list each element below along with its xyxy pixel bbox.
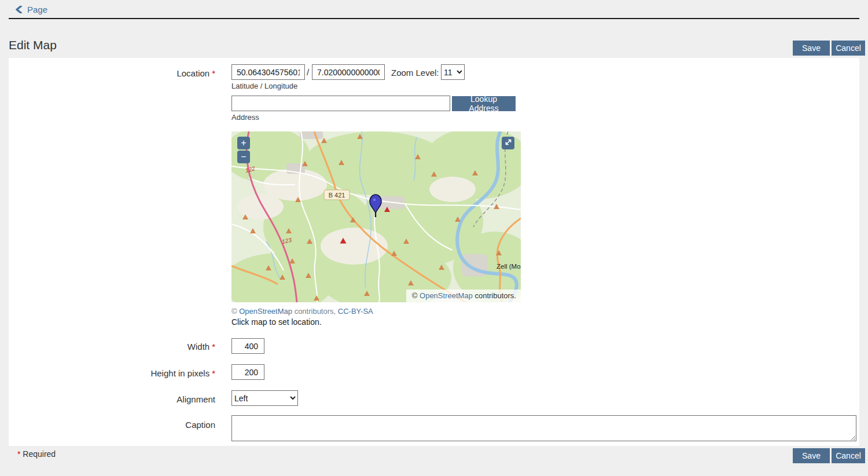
- map-zoom-in-button[interactable]: +: [237, 137, 250, 149]
- caption-textarea[interactable]: [231, 415, 856, 441]
- zoom-level-label: Zoom Level:: [391, 68, 439, 78]
- map-expand-button[interactable]: [502, 137, 514, 149]
- width-required-mark: *: [212, 342, 215, 351]
- alignment-label: Alignment: [9, 394, 215, 404]
- longitude-input[interactable]: [312, 64, 385, 80]
- openstreetmap-link-overlay[interactable]: OpenStreetMap: [420, 291, 473, 300]
- width-input[interactable]: [231, 338, 264, 354]
- height-required-mark: *: [212, 368, 215, 378]
- required-asterisk: *: [17, 449, 20, 459]
- caption-label: Caption: [9, 420, 215, 430]
- lat-lng-separator: /: [307, 67, 309, 77]
- map-attribution-below: © OpenStreetMap contributors, CC-BY-SA: [231, 307, 373, 316]
- map-tiles: 122 123 B 421 Zell (Mos: [231, 131, 521, 302]
- map-preview[interactable]: 122 123 B 421 Zell (Mos + − ©: [231, 131, 521, 302]
- click-map-hint: Click map to set location.: [231, 317, 322, 327]
- road-ref-label: B 421: [329, 192, 345, 199]
- page-title: Edit Map: [9, 38, 57, 52]
- header-divider: [9, 18, 859, 19]
- cancel-button-top[interactable]: Cancel: [832, 41, 865, 56]
- save-button-bottom[interactable]: Save: [793, 448, 830, 463]
- edit-map-screen: Page Edit Map Save Cancel Location* / Zo…: [0, 0, 868, 476]
- address-hint: Address: [231, 113, 259, 122]
- location-label: Location*: [9, 68, 215, 78]
- address-input[interactable]: [231, 96, 450, 111]
- cancel-button-bottom[interactable]: Cancel: [832, 448, 865, 463]
- location-required-mark: *: [212, 68, 215, 78]
- height-label: Height in pixels*: [9, 368, 215, 378]
- back-label: Page: [27, 5, 47, 14]
- height-input[interactable]: [231, 364, 264, 380]
- width-label: Width*: [9, 342, 215, 351]
- alignment-select[interactable]: Left: [231, 390, 298, 406]
- road-ref-shield: B 421: [324, 190, 350, 200]
- back-chevron-icon: [16, 6, 22, 13]
- save-button-top[interactable]: Save: [793, 41, 830, 56]
- cc-by-sa-link[interactable]: CC-BY-SA: [338, 307, 373, 316]
- latitude-input[interactable]: [231, 64, 305, 80]
- map-attribution-overlay: © OpenStreetMap contributors.: [406, 290, 521, 302]
- expand-icon: [505, 137, 512, 149]
- openstreetmap-link-below[interactable]: OpenStreetMap: [239, 307, 292, 316]
- lat-lng-hint: Latitude / Longitude: [231, 82, 297, 90]
- back-to-page-link[interactable]: Page: [16, 5, 47, 14]
- required-note: * Required: [17, 449, 56, 459]
- lookup-address-button[interactable]: Lookup Address: [452, 96, 516, 111]
- zoom-level-select[interactable]: 11: [441, 64, 465, 80]
- map-zoom-out-button[interactable]: −: [237, 151, 250, 163]
- town-label: Zell (Mos: [496, 263, 521, 270]
